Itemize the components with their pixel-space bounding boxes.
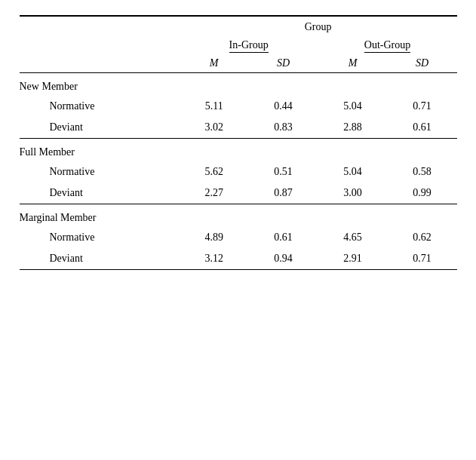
row-type-label: Deviant xyxy=(20,117,180,139)
out-sd-value: 0.71 xyxy=(388,248,457,270)
table-row: Deviant 3.12 0.94 2.91 0.71 xyxy=(20,248,457,270)
row-type-label: Deviant xyxy=(20,248,180,270)
table-container: Group In-Group Out-Group M SD M SD xyxy=(20,15,457,270)
out-m-value: 3.00 xyxy=(318,182,388,204)
out-group-header: Out-Group xyxy=(318,36,457,54)
section-label-row: New Member xyxy=(20,73,457,96)
out-m-value: 2.91 xyxy=(318,248,388,270)
section-label: New Member xyxy=(20,73,457,96)
section-label: Marginal Member xyxy=(20,204,457,227)
in-m-value: 5.11 xyxy=(180,96,249,117)
row-type-label: Normative xyxy=(20,161,180,182)
bottom-border xyxy=(20,270,457,271)
in-group-header: In-Group xyxy=(180,36,318,54)
in-m-value: 3.02 xyxy=(180,117,249,139)
table-row: Deviant 2.27 0.87 3.00 0.99 xyxy=(20,182,457,204)
in-sd-value: 0.83 xyxy=(249,117,318,139)
in-sd-value: 0.87 xyxy=(249,182,318,204)
row-type-label: Normative xyxy=(20,227,180,248)
out-sd-value: 0.99 xyxy=(388,182,457,204)
group-title: Group xyxy=(180,16,457,36)
in-m-value: 2.27 xyxy=(180,182,249,204)
table-row: Deviant 3.02 0.83 2.88 0.61 xyxy=(20,117,457,139)
in-sd-value: 0.61 xyxy=(249,227,318,248)
table-row: Normative 5.11 0.44 5.04 0.71 xyxy=(20,96,457,117)
in-m-value: 4.89 xyxy=(180,227,249,248)
row-type-label: Normative xyxy=(20,96,180,117)
col-sd-out: SD xyxy=(388,54,457,73)
in-sd-value: 0.51 xyxy=(249,161,318,182)
out-sd-value: 0.71 xyxy=(388,96,457,117)
out-sd-value: 0.62 xyxy=(388,227,457,248)
out-sd-value: 0.58 xyxy=(388,161,457,182)
out-m-value: 5.04 xyxy=(318,96,388,117)
in-sd-value: 0.44 xyxy=(249,96,318,117)
out-m-value: 2.88 xyxy=(318,117,388,139)
row-type-label: Deviant xyxy=(20,182,180,204)
section-label-row: Marginal Member xyxy=(20,204,457,227)
col-sd-in: SD xyxy=(249,54,318,73)
out-sd-value: 0.61 xyxy=(388,117,457,139)
in-m-value: 5.62 xyxy=(180,161,249,182)
section-label: Full Member xyxy=(20,139,457,161)
table-row: Normative 5.62 0.51 5.04 0.58 xyxy=(20,161,457,182)
col-m-in: M xyxy=(180,54,249,73)
data-table: Group In-Group Out-Group M SD M SD xyxy=(20,15,457,270)
col-m-out: M xyxy=(318,54,388,73)
table-row: Normative 4.89 0.61 4.65 0.62 xyxy=(20,227,457,248)
out-m-value: 5.04 xyxy=(318,161,388,182)
in-sd-value: 0.94 xyxy=(249,248,318,270)
section-label-row: Full Member xyxy=(20,139,457,161)
in-m-value: 3.12 xyxy=(180,248,249,270)
out-m-value: 4.65 xyxy=(318,227,388,248)
